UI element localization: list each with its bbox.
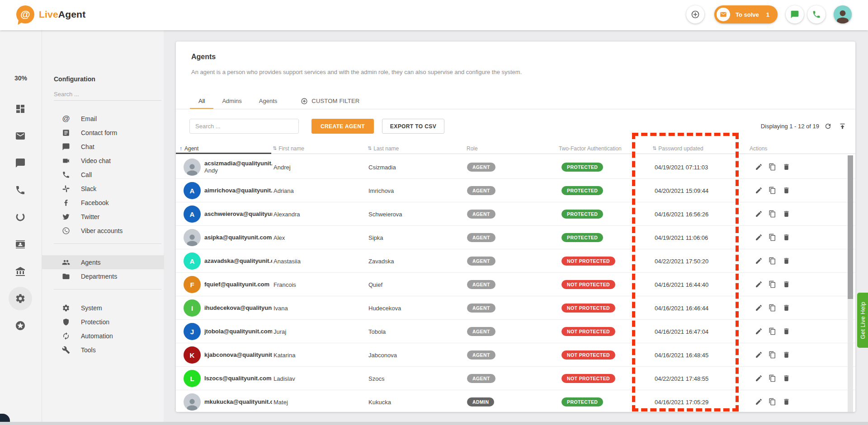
rail-item-chats[interactable]: [9, 151, 32, 175]
config-item-facebook[interactable]: Facebook: [42, 196, 164, 210]
edit-button[interactable]: [755, 234, 763, 242]
edit-button[interactable]: [755, 163, 763, 171]
edit-button[interactable]: [755, 257, 763, 265]
create-agent-button[interactable]: CREATE AGENT: [311, 119, 374, 134]
table-row[interactable]: I ihudecekova@qualityunit.com Ivana Hude…: [176, 296, 855, 320]
twofa-badge: NOT PROTECTED: [561, 327, 615, 336]
column-header-first-name[interactable]: ⇅First name: [273, 143, 304, 154]
delete-button[interactable]: [783, 351, 791, 359]
table-row[interactable]: J jtobola@qualityunit.com Juraj Tobola A…: [176, 320, 855, 343]
copy-button[interactable]: [769, 210, 777, 218]
config-item-chat[interactable]: Chat: [42, 140, 164, 154]
delete-button[interactable]: [783, 210, 791, 218]
delete-button[interactable]: [783, 280, 791, 289]
column-header-two-factor-authentication[interactable]: Two-Factor Authentication: [559, 143, 622, 154]
delete-button[interactable]: [783, 187, 791, 195]
rail-item-addons[interactable]: [9, 314, 32, 337]
column-header-last-name[interactable]: ⇅Last name: [368, 143, 399, 154]
config-item-viber-accounts[interactable]: Viber accounts: [42, 224, 164, 238]
rail-item-tickets[interactable]: [9, 124, 32, 148]
table-row[interactable]: F fquief@qualityunit.com Francois Quief …: [176, 273, 855, 296]
edit-button[interactable]: [755, 327, 763, 336]
delete-button[interactable]: [783, 257, 791, 265]
delete-button[interactable]: [783, 374, 791, 383]
copy-button[interactable]: [769, 304, 777, 312]
copy-button[interactable]: [769, 280, 777, 289]
table-row[interactable]: asipka@qualityunit.com Alex Sipka AGENT …: [176, 226, 855, 249]
tab-label: All: [198, 98, 205, 104]
rail-item-activity[interactable]: [9, 205, 32, 229]
tab-all[interactable]: All: [190, 93, 213, 109]
config-item-automation[interactable]: Automation: [42, 329, 164, 343]
tab-custom-filter[interactable]: CUSTOM FILTER: [292, 93, 368, 109]
column-header-actions[interactable]: Actions: [750, 143, 767, 154]
copy-button[interactable]: [769, 398, 777, 406]
copy-button[interactable]: [769, 234, 777, 242]
delete-button[interactable]: [783, 163, 791, 171]
copy-button[interactable]: [769, 327, 777, 336]
config-item-contact-form[interactable]: Contact form: [42, 126, 164, 140]
copy-button[interactable]: [769, 163, 777, 171]
role-badge: AGENT: [467, 327, 495, 336]
brand-logo[interactable]: @ LiveAgent: [16, 5, 85, 23]
delete-button[interactable]: [783, 327, 791, 336]
table-row[interactable]: K kjabconova@qualityunit.com Katarina Ja…: [176, 343, 855, 367]
config-item-system[interactable]: System: [42, 301, 164, 315]
copy-button[interactable]: [769, 257, 777, 265]
config-item-agents[interactable]: Agents: [42, 255, 164, 269]
scrollbar-thumb[interactable]: [848, 155, 853, 299]
rail-item-academy[interactable]: [9, 260, 32, 283]
config-item-email[interactable]: @Email: [42, 112, 164, 126]
agents-search-input[interactable]: [189, 119, 299, 134]
column-header-role[interactable]: Role: [467, 143, 478, 154]
config-item-call[interactable]: Call: [42, 168, 164, 182]
configuration-search-input[interactable]: [54, 88, 161, 101]
copy-button[interactable]: [769, 374, 777, 383]
edit-button[interactable]: [755, 187, 763, 195]
edit-button[interactable]: [755, 280, 763, 289]
agent-email: aimrichova@qualityunit.com: [204, 187, 272, 194]
rail-item-calls[interactable]: [9, 178, 32, 202]
table-row[interactable]: acsizmadia@qualityunit.comAndy Andrej Cs…: [176, 155, 855, 179]
tab-agents[interactable]: Agents: [250, 93, 286, 109]
rail-item-dashboard[interactable]: [9, 97, 32, 121]
agent-email-cell: aimrichova@qualityunit.com: [204, 179, 272, 202]
calls-button[interactable]: [807, 5, 826, 23]
rail-item-configuration[interactable]: [9, 287, 32, 310]
copy-button[interactable]: [769, 187, 777, 195]
add-new-button[interactable]: [686, 5, 704, 23]
get-live-help-tab[interactable]: Get Live Help: [857, 293, 868, 348]
table-row[interactable]: mkukucka@qualityunit.com Matej Kukucka A…: [176, 390, 855, 412]
config-item-tools[interactable]: Tools: [42, 343, 164, 357]
table-row[interactable]: A aimrichova@qualityunit.com Adriana Imr…: [176, 179, 855, 202]
refresh-button[interactable]: [822, 121, 834, 132]
table-scrollbar[interactable]: [848, 155, 853, 412]
edit-button[interactable]: [755, 351, 763, 359]
chats-button[interactable]: [786, 5, 804, 23]
agent-avatar: [184, 393, 201, 411]
config-item-twitter[interactable]: Twitter: [42, 210, 164, 224]
table-row[interactable]: L lszocs@qualityunit.com Ladislav Szocs …: [176, 367, 855, 390]
config-item-video-chat[interactable]: Video chat: [42, 154, 164, 168]
to-solve-button[interactable]: To solve 1: [714, 5, 778, 23]
rail-item-customers[interactable]: [9, 233, 32, 256]
user-avatar[interactable]: [834, 5, 852, 23]
table-row[interactable]: A aschweierova@qualityunit.com Alexandra…: [176, 202, 855, 226]
config-item-slack[interactable]: Slack: [42, 182, 164, 196]
edit-button[interactable]: [755, 210, 763, 218]
edit-button[interactable]: [755, 374, 763, 383]
config-item-protection[interactable]: Protection: [42, 315, 164, 329]
export-top-button[interactable]: [836, 121, 848, 132]
tab-admins[interactable]: Admins: [213, 93, 250, 109]
edit-button[interactable]: [755, 398, 763, 406]
twofa-badge: NOT PROTECTED: [561, 374, 615, 383]
column-header-password-updated[interactable]: ⇅Password updated: [652, 143, 703, 154]
export-to-csv-button[interactable]: EXPORT TO CSV: [382, 119, 444, 134]
config-item-departments[interactable]: Departments: [42, 269, 164, 283]
edit-button[interactable]: [755, 304, 763, 312]
copy-button[interactable]: [769, 351, 777, 359]
delete-button[interactable]: [783, 304, 791, 312]
delete-button[interactable]: [783, 234, 791, 242]
delete-button[interactable]: [783, 398, 791, 406]
table-row[interactable]: A azavadska@qualityunit.com Anastasiia Z…: [176, 249, 855, 273]
